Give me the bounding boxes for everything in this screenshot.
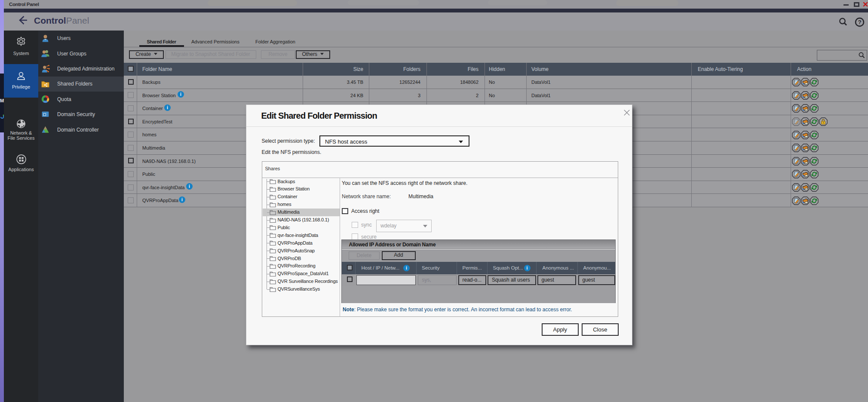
svg-text:?: ? [858,19,861,25]
